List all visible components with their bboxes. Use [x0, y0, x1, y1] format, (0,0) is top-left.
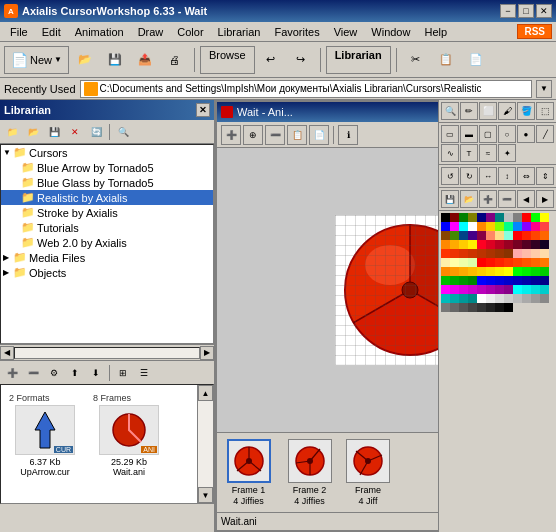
tool-stretch[interactable]: ⇔ [517, 167, 535, 185]
tool-smear[interactable]: ≈ [479, 144, 497, 162]
wait-tool-remove[interactable]: ➖ [265, 125, 285, 145]
file-item-uparrow[interactable]: 2 Formats CUR 6.37 Kb UpArrow.cur [5, 389, 85, 481]
palette-color[interactable] [522, 249, 531, 258]
palette-color[interactable] [459, 267, 468, 276]
librarian-panel-close[interactable]: ✕ [196, 103, 210, 117]
open-button[interactable]: 📂 [71, 46, 99, 74]
lib-new-folder-button[interactable]: 📁 [2, 122, 22, 142]
menu-edit[interactable]: Edit [36, 24, 67, 40]
palette-color[interactable] [540, 240, 549, 249]
tree-item-stroke[interactable]: 📁 Stroke by Axialis [1, 205, 213, 220]
palette-color[interactable] [495, 249, 504, 258]
tool-add-color[interactable]: ➕ [479, 190, 497, 208]
palette-color[interactable] [513, 285, 522, 294]
rt-zoom-in[interactable]: 🔍 [441, 102, 459, 120]
palette-color[interactable] [441, 294, 450, 303]
palette-color[interactable] [513, 249, 522, 258]
close-button[interactable]: ✕ [536, 4, 552, 18]
palette-color[interactable] [540, 267, 549, 276]
palette-color[interactable] [441, 267, 450, 276]
file-scroll-down[interactable]: ▼ [198, 487, 213, 503]
tool-save-small[interactable]: 💾 [441, 190, 459, 208]
palette-color[interactable] [459, 231, 468, 240]
palette-color[interactable] [441, 231, 450, 240]
rt-paint[interactable]: 🖌 [498, 102, 516, 120]
palette-color[interactable] [513, 240, 522, 249]
tool-line[interactable]: ╱ [536, 125, 554, 143]
palette-color[interactable] [450, 240, 459, 249]
palette-color[interactable] [495, 267, 504, 276]
palette-color[interactable] [495, 303, 504, 312]
path-dropdown-button[interactable]: ▼ [536, 80, 552, 98]
palette-color[interactable] [495, 240, 504, 249]
palette-color[interactable] [441, 249, 450, 258]
palette-color[interactable] [450, 258, 459, 267]
palette-color[interactable] [531, 222, 540, 231]
menu-window[interactable]: Window [365, 24, 416, 40]
rt-eraser[interactable]: ⬜ [479, 102, 497, 120]
maximize-button[interactable]: □ [518, 4, 534, 18]
tool-remove-color[interactable]: ➖ [498, 190, 516, 208]
lib-search-button[interactable]: 🔍 [113, 122, 133, 142]
palette-color[interactable] [495, 231, 504, 240]
tool-right[interactable]: ▶ [536, 190, 554, 208]
tool-rotate-left[interactable]: ↺ [441, 167, 459, 185]
palette-color[interactable] [477, 303, 486, 312]
palette-color[interactable] [459, 285, 468, 294]
palette-color[interactable] [459, 249, 468, 258]
paste-button[interactable]: 📄 [462, 46, 490, 74]
palette-color[interactable] [513, 276, 522, 285]
palette-color[interactable] [504, 258, 513, 267]
palette-color[interactable] [486, 258, 495, 267]
palette-color[interactable] [450, 276, 459, 285]
palette-color[interactable] [459, 276, 468, 285]
palette-color[interactable] [468, 285, 477, 294]
lib-up-button[interactable]: ⬆ [65, 363, 85, 383]
tree-item-tutorials[interactable]: 📁 Tutorials [1, 220, 213, 235]
palette-color[interactable] [531, 258, 540, 267]
palette-color[interactable] [495, 222, 504, 231]
lib-view-button[interactable]: ⊞ [113, 363, 133, 383]
palette-color[interactable] [531, 276, 540, 285]
library-tree[interactable]: ▼ 📁 Cursors 📁 Blue Arrow by Tornado5 📁 B… [0, 144, 214, 344]
menu-librarian[interactable]: Librarian [212, 24, 267, 40]
palette-color[interactable] [477, 249, 486, 258]
palette-color[interactable] [441, 285, 450, 294]
tree-hscrollbar[interactable]: ◀ ▶ [0, 344, 214, 360]
file-item-wait[interactable]: 8 Frames ANI 25.29 Kb Wait.ani [89, 389, 169, 481]
palette-color[interactable] [522, 258, 531, 267]
palette-color[interactable] [486, 285, 495, 294]
palette-color[interactable] [513, 267, 522, 276]
minimize-button[interactable]: − [500, 4, 516, 18]
palette-color[interactable] [477, 267, 486, 276]
palette-color[interactable] [441, 303, 450, 312]
palette-color[interactable] [522, 267, 531, 276]
palette-color[interactable] [513, 258, 522, 267]
lib-properties-button[interactable]: ⚙ [44, 363, 64, 383]
palette-color[interactable] [450, 285, 459, 294]
palette-color[interactable] [540, 213, 549, 222]
tree-item-blue-glass[interactable]: 📁 Blue Glass by Tornado5 [1, 175, 213, 190]
palette-color[interactable] [504, 303, 513, 312]
palette-color[interactable] [441, 240, 450, 249]
tool-flip-h[interactable]: ↔ [479, 167, 497, 185]
palette-color[interactable] [477, 213, 486, 222]
tool-load-small[interactable]: 📂 [460, 190, 478, 208]
tree-item-cursors[interactable]: ▼ 📁 Cursors [1, 145, 213, 160]
palette-color[interactable] [468, 249, 477, 258]
palette-color[interactable] [468, 303, 477, 312]
lib-remove-button[interactable]: ➖ [23, 363, 43, 383]
palette-color[interactable] [513, 222, 522, 231]
palette-color[interactable] [531, 294, 540, 303]
tool-oval-outline[interactable]: ○ [498, 125, 516, 143]
palette-color[interactable] [540, 258, 549, 267]
palette-color[interactable] [504, 276, 513, 285]
rt-select[interactable]: ⬚ [536, 102, 554, 120]
wait-tool-add[interactable]: ➕ [221, 125, 241, 145]
undo-button[interactable]: ↩ [257, 46, 285, 74]
tree-item-blue-arrow[interactable]: 📁 Blue Arrow by Tornado5 [1, 160, 213, 175]
palette-color[interactable] [486, 303, 495, 312]
tool-bezier[interactable]: ∿ [441, 144, 459, 162]
palette-color[interactable] [486, 294, 495, 303]
rt-pencil[interactable]: ✏ [460, 102, 478, 120]
